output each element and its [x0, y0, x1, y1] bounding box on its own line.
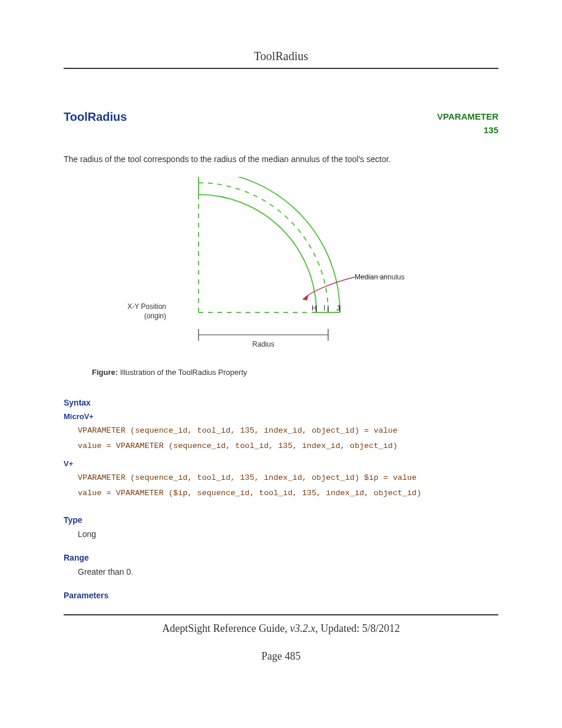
range-value: Greater than 0.	[78, 567, 498, 577]
section-syntax: Syntax	[64, 398, 498, 407]
footer-updated-label: , Updated:	[315, 622, 362, 634]
page-num: 485	[285, 650, 300, 662]
page-title: ToolRadius	[64, 110, 127, 124]
code-microv: VPARAMETER (sequence_id, tool_id, 135, i…	[78, 423, 498, 453]
footer-line: AdeptSight Reference Guide, v3.2.x, Upda…	[64, 622, 498, 635]
running-head: ToolRadius	[64, 50, 498, 69]
code-vplus: VPARAMETER (sequence_id, tool_id, 135, i…	[78, 470, 498, 500]
parameter-tag-name: VPARAMETER	[437, 110, 498, 124]
page-label: Page	[262, 650, 285, 662]
parameter-tag: VPARAMETER 135	[437, 110, 498, 137]
median-arrow-head	[303, 295, 309, 301]
code-vplus-1: VPARAMETER (sequence_id, tool_id, 135, i…	[78, 473, 416, 482]
intro-text: The radius of the tool corresponds to th…	[64, 154, 498, 164]
label-h: H	[312, 304, 317, 312]
label-median: Median annulus	[355, 273, 405, 281]
figure-svg: Median annulus X-Y Position (origin) H I…	[116, 177, 446, 354]
label-i: I	[323, 304, 325, 312]
code-microv-2: value = VPARAMETER (sequence_id, tool_id…	[78, 442, 398, 450]
label-radius: Radius	[252, 340, 274, 348]
title-row: ToolRadius VPARAMETER 135	[64, 110, 498, 137]
label-origin-1: X-Y Position	[127, 302, 166, 311]
footer-version: , v3.2.x	[285, 622, 315, 634]
footer-guide: AdeptSight Reference Guide	[162, 622, 285, 634]
subhead-vplus: V+	[64, 459, 498, 468]
label-origin-2: (origin)	[144, 312, 166, 320]
figure: Median annulus X-Y Position (origin) H I…	[64, 177, 498, 354]
parameter-tag-number: 135	[437, 124, 498, 137]
label-j: J	[336, 304, 340, 312]
outer-arc	[199, 177, 340, 312]
footer: AdeptSight Reference Guide, v3.2.x, Upda…	[64, 614, 498, 663]
footer-updated-date: 5/8/2012	[362, 622, 400, 634]
page: ToolRadius ToolRadius VPARAMETER 135 The…	[0, 0, 562, 728]
code-vplus-2: value = VPARAMETER ($ip, sequence_id, to…	[78, 489, 421, 498]
median-arc	[199, 183, 328, 312]
figure-caption-lead: Figure:	[92, 368, 118, 377]
figure-caption: Figure: Illustration of the ToolRadius P…	[92, 368, 498, 377]
code-microv-1: VPARAMETER (sequence_id, tool_id, 135, i…	[78, 426, 398, 435]
figure-caption-text: Illustration of the ToolRadius Property	[118, 368, 247, 377]
median-arrow-curve	[303, 277, 355, 299]
page-number: Page 485	[64, 650, 498, 663]
section-range: Range	[64, 553, 498, 562]
type-value: Long	[78, 529, 498, 539]
section-parameters: Parameters	[64, 591, 498, 600]
section-type: Type	[64, 515, 498, 525]
subhead-microv: MicroV+	[64, 412, 498, 421]
